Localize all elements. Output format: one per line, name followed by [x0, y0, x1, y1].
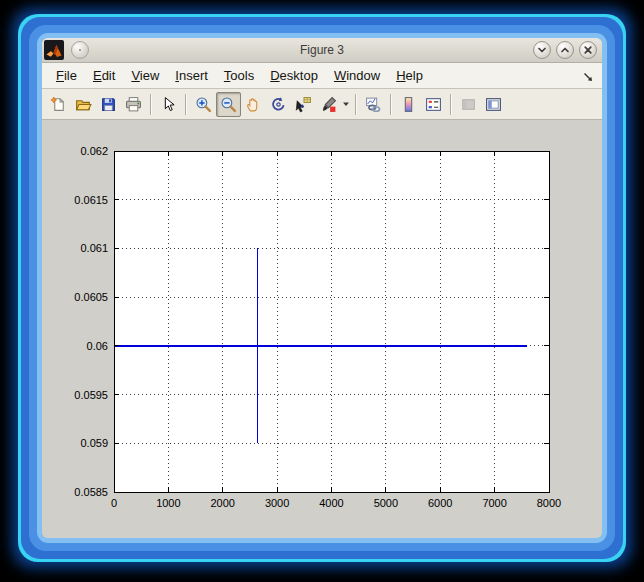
menu-help[interactable]: Help: [388, 65, 431, 86]
plot-svg[interactable]: 0100020003000400050006000700080000.05850…: [42, 120, 602, 538]
link-plot-icon: [365, 96, 382, 113]
figure-window: Figure 3 File Edit View Insert Tools Des…: [42, 38, 602, 538]
y-tick-label: 0.059: [80, 437, 108, 449]
y-tick-label: 0.062: [80, 145, 108, 157]
figure-canvas: 0100020003000400050006000700080000.05850…: [42, 120, 602, 538]
x-tick-label: 7000: [482, 497, 506, 509]
zoom-in-icon: [195, 96, 212, 113]
data-cursor-button[interactable]: [291, 92, 316, 117]
menu-window[interactable]: Window: [326, 65, 388, 86]
toolbar-separator: [450, 94, 452, 115]
x-tick-label: 5000: [374, 497, 398, 509]
insert-colorbar-button[interactable]: [396, 92, 421, 117]
show-plot-tools-button[interactable]: [481, 92, 506, 117]
rotate-icon: [270, 96, 287, 113]
matlab-logo-icon: [44, 40, 64, 60]
chevron-down-icon: [536, 44, 548, 56]
pointer-arrow-icon: [160, 96, 177, 113]
x-tick-label: 2000: [211, 497, 235, 509]
toolbar-separator: [355, 94, 357, 115]
insert-legend-button[interactable]: [421, 92, 446, 117]
menu-file[interactable]: File: [48, 65, 85, 86]
caret-down-icon: [342, 100, 350, 108]
menubar: File Edit View Insert Tools Desktop Wind…: [42, 63, 602, 89]
brush-icon: [320, 96, 337, 113]
y-tick-label: 0.0615: [74, 194, 108, 206]
brush-data-button[interactable]: [316, 92, 341, 117]
data-cursor-icon: [295, 96, 312, 113]
hide-plot-tools-button[interactable]: [456, 92, 481, 117]
x-tick-label: 1000: [156, 497, 180, 509]
show-plot-tools-icon: [485, 96, 502, 113]
brush-dropdown-caret[interactable]: [341, 100, 351, 108]
new-document-icon: [50, 96, 67, 113]
x-tick-label: 3000: [265, 497, 289, 509]
y-tick-label: 0.0605: [74, 291, 108, 303]
zoom-in-button[interactable]: [191, 92, 216, 117]
y-tick-label: 0.06: [87, 340, 108, 352]
link-plot-button[interactable]: [361, 92, 386, 117]
pan-hand-icon: [245, 96, 262, 113]
window-controls: [533, 41, 597, 59]
chevron-up-icon: [559, 44, 571, 56]
dock-figure-arrow-icon[interactable]: [582, 69, 594, 87]
printer-icon: [125, 96, 142, 113]
maximize-button[interactable]: [556, 41, 574, 59]
menu-edit[interactable]: Edit: [85, 65, 123, 86]
close-button[interactable]: [579, 41, 597, 59]
titlebar[interactable]: Figure 3: [42, 38, 602, 63]
open-folder-icon: [75, 96, 92, 113]
colorbar-icon: [400, 96, 417, 113]
plot-area: [114, 151, 549, 492]
zoom-out-button[interactable]: [216, 92, 241, 117]
menu-desktop[interactable]: Desktop: [262, 65, 326, 86]
toolbar: [42, 89, 602, 120]
rotate-3d-button[interactable]: [266, 92, 291, 117]
save-floppy-icon: [100, 96, 117, 113]
save-figure-button[interactable]: [96, 92, 121, 117]
new-figure-button[interactable]: [46, 92, 71, 117]
legend-icon: [425, 96, 442, 113]
x-tick-label: 0: [111, 497, 117, 509]
toolbar-separator: [150, 94, 152, 115]
y-tick-label: 0.061: [80, 242, 108, 254]
hide-plot-tools-icon: [460, 96, 477, 113]
open-file-button[interactable]: [71, 92, 96, 117]
edit-plot-button[interactable]: [156, 92, 181, 117]
pan-button[interactable]: [241, 92, 266, 117]
window-menu-button[interactable]: [71, 41, 89, 59]
y-tick-label: 0.0585: [74, 486, 108, 498]
x-tick-label: 6000: [428, 497, 452, 509]
window-title: Figure 3: [42, 43, 602, 57]
zoom-out-icon: [220, 96, 237, 113]
menu-insert[interactable]: Insert: [167, 65, 216, 86]
y-tick-label: 0.0595: [74, 389, 108, 401]
x-tick-label: 8000: [537, 497, 561, 509]
menu-view[interactable]: View: [123, 65, 167, 86]
close-icon: [582, 44, 594, 56]
print-figure-button[interactable]: [121, 92, 146, 117]
menu-tools[interactable]: Tools: [216, 65, 262, 86]
toolbar-separator: [390, 94, 392, 115]
toolbar-separator: [185, 94, 187, 115]
x-tick-label: 4000: [319, 497, 343, 509]
minimize-button[interactable]: [533, 41, 551, 59]
